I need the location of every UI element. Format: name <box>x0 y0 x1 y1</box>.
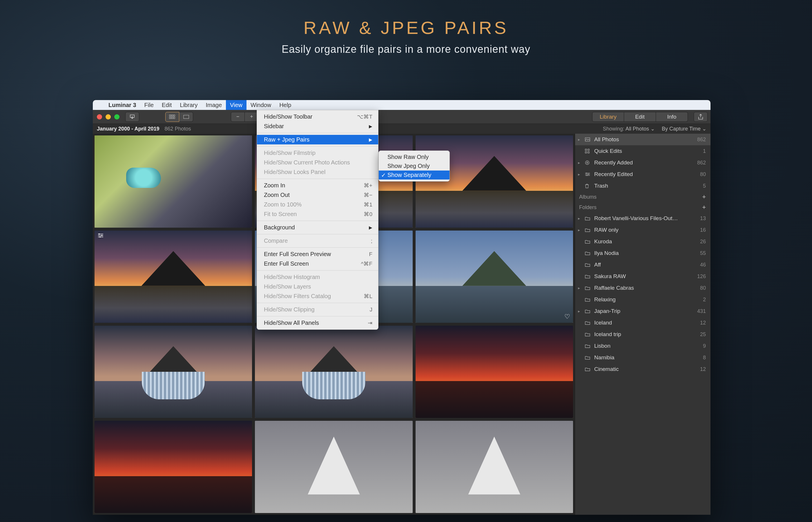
menu-compare: Compare; <box>257 236 378 246</box>
svg-rect-1 <box>171 115 173 116</box>
sidebar-folder-item[interactable]: ▸Raffaele Cabras80 <box>575 282 710 294</box>
sidebar-section-folders[interactable]: Folders + <box>575 202 710 213</box>
photo-thumbnail[interactable] <box>415 326 573 418</box>
menu-hide-show-filmstrip: Hide/Show Filmstrip <box>257 148 378 158</box>
sidebar-item-label: Japan-Trip <box>594 308 620 314</box>
menubar-app-name[interactable]: Luminar 3 <box>104 100 140 110</box>
grid-view-button[interactable]: rect{fill:none;stroke:#e0a35a;stroke-wid… <box>165 112 179 122</box>
svg-point-9 <box>100 236 101 238</box>
menubar-edit[interactable]: Edit <box>158 100 176 110</box>
photo-thumbnail[interactable] <box>95 136 252 228</box>
submenu-show-jpeg-only[interactable]: Show Jpeg Only <box>379 162 449 170</box>
submenu-show-separately[interactable]: ✓ Show Separately <box>379 170 449 180</box>
menu-item-label: Fit to Screen <box>264 211 297 218</box>
folder-icon <box>585 321 591 325</box>
sort-control[interactable]: By Capture Time ⌄ <box>662 125 707 132</box>
sidebar-item-label: Recently Edited <box>594 171 633 178</box>
sidebar-section-albums[interactable]: Albums + <box>575 192 710 202</box>
menu-item-label: Zoom to 100% <box>264 201 302 208</box>
svg-rect-4 <box>171 117 173 119</box>
sidebar-folder-item[interactable]: ▸Japan-Trip431 <box>575 305 710 317</box>
menu-separator <box>257 179 378 179</box>
tab-library[interactable]: Library <box>592 112 624 122</box>
sidebar-item-label: Sakura RAW <box>594 273 626 280</box>
sidebar-section-label: Albums <box>579 194 596 200</box>
photo-thumbnail[interactable] <box>95 326 252 418</box>
sidebar-folder-item[interactable]: Aff46 <box>575 259 710 270</box>
tab-info[interactable]: Info <box>656 112 688 122</box>
menu-fullscreen-preview[interactable]: Enter Full Screen PreviewF <box>257 249 378 259</box>
menu-sidebar[interactable]: Sidebar ▶ <box>257 121 378 131</box>
menu-zoom-in[interactable]: Zoom In⌘+ <box>257 181 378 190</box>
sidebar-item-count: 126 <box>697 274 706 280</box>
zoom-out-button[interactable]: − <box>231 112 245 122</box>
close-window-button[interactable] <box>97 114 102 119</box>
sidebar-folder-item[interactable]: Cinematic12 <box>575 363 710 375</box>
sort-label: By Capture Time <box>662 126 701 132</box>
menu-all-panels[interactable]: Hide/Show All Panels⇥ <box>257 318 378 328</box>
menubar-image[interactable]: Image <box>202 100 226 110</box>
sidebar-folder-item[interactable]: Iceland12 <box>575 317 710 328</box>
sidebar-folder-item[interactable]: Kuroda26 <box>575 236 710 247</box>
minimize-window-button[interactable] <box>105 114 111 119</box>
sidebar-item-count: 1 <box>703 148 706 154</box>
svg-rect-5 <box>174 117 175 119</box>
photo-thumbnail[interactable] <box>415 421 573 513</box>
menu-item-label: Hide/Show Looks Panel <box>264 169 325 176</box>
folder-icon <box>585 367 591 371</box>
menu-zoom-out[interactable]: Zoom Out⌘− <box>257 190 378 200</box>
folder-icon <box>585 356 591 360</box>
menu-background[interactable]: Background▶ <box>257 223 378 232</box>
single-view-button[interactable] <box>179 112 193 122</box>
sidebar-shortcut-trash[interactable]: Trash5 <box>575 180 710 192</box>
sidebar-folder-item[interactable]: ▸RAW only16 <box>575 224 710 236</box>
menu-item-label: Background <box>264 224 295 231</box>
favorite-icon[interactable]: ♡ <box>564 313 570 320</box>
sidebar-item-label: Aff <box>594 262 601 268</box>
photo-thumbnail[interactable] <box>95 230 252 323</box>
photo-thumbnail[interactable] <box>255 326 412 418</box>
svg-rect-3 <box>169 117 171 119</box>
sidebar-folder-item[interactable]: Lisbon9 <box>575 340 710 352</box>
zoom-window-button[interactable] <box>114 114 120 119</box>
sidebar-shortcut-recently-edited[interactable]: ▸Recently Edited80 <box>575 168 710 180</box>
menubar-help[interactable]: Help <box>275 100 295 110</box>
submenu-show-raw-only[interactable]: Show Raw Only <box>379 153 449 162</box>
sidebar-folder-item[interactable]: Ilya Nodia55 <box>575 247 710 259</box>
menubar-file[interactable]: File <box>140 100 158 110</box>
share-button[interactable] <box>694 112 708 122</box>
menu-item-label: Show Jpeg Only <box>387 163 430 169</box>
sidebar-item-count: 9 <box>703 343 706 349</box>
sidebar-shortcut-quick-edits[interactable]: rect{fill:none;stroke:#aaa;stroke-width:… <box>575 145 710 157</box>
photo-thumbnail[interactable] <box>255 421 412 513</box>
add-album-button[interactable]: + <box>702 193 706 201</box>
menubar-view[interactable]: View <box>226 100 246 110</box>
showing-filter[interactable]: Showing: All Photos ⌄ <box>603 125 655 132</box>
promo-subtitle: Easily organize file pairs in a more con… <box>0 43 812 55</box>
add-folder-button[interactable]: + <box>702 204 706 211</box>
sidebar-shortcut-all-photos[interactable]: ▸All Photos862 <box>575 134 710 145</box>
tab-edit[interactable]: Edit <box>624 112 656 122</box>
sidebar-shortcut-recently-added[interactable]: ▸Recently Added862 <box>575 157 710 168</box>
menubar-library[interactable]: Library <box>176 100 202 110</box>
folder-icon <box>585 309 591 313</box>
app-window: Luminar 3 File Edit Library Image View W… <box>93 100 710 515</box>
photo-thumbnail[interactable] <box>415 136 573 228</box>
photo-thumbnail[interactable]: ♡ <box>415 230 573 323</box>
menu-item-label: Enter Full Screen <box>264 260 309 267</box>
sidebar-folder-item[interactable]: Iceland trip25 <box>575 328 710 340</box>
sidebar-folder-item[interactable]: Namibia8 <box>575 352 710 363</box>
photo-thumbnail[interactable] <box>95 421 252 513</box>
menu-hide-show-toolbar[interactable]: Hide/Show Toolbar ⌥⌘T <box>257 112 378 121</box>
sidebar-folder-item[interactable]: ▸Robert Vanelli-Various Files-Out…13 <box>575 213 710 224</box>
photo-count-label: 862 Photos <box>164 126 191 132</box>
menu-fullscreen[interactable]: Enter Full Screen^⌘F <box>257 259 378 268</box>
sidebar-item-label: All Photos <box>594 136 619 143</box>
sidebar-folder-item[interactable]: Sakura RAW126 <box>575 270 710 282</box>
menubar-window[interactable]: Window <box>246 100 275 110</box>
date-range-label: January 2000 - April 2019 <box>97 126 159 132</box>
menu-raw-jpeg-pairs[interactable]: Raw + Jpeg Pairs ▶ <box>257 135 378 144</box>
showing-value: All Photos <box>626 126 649 132</box>
sidebar-folder-item[interactable]: Relaxing2 <box>575 294 710 305</box>
import-button[interactable] <box>125 112 139 122</box>
